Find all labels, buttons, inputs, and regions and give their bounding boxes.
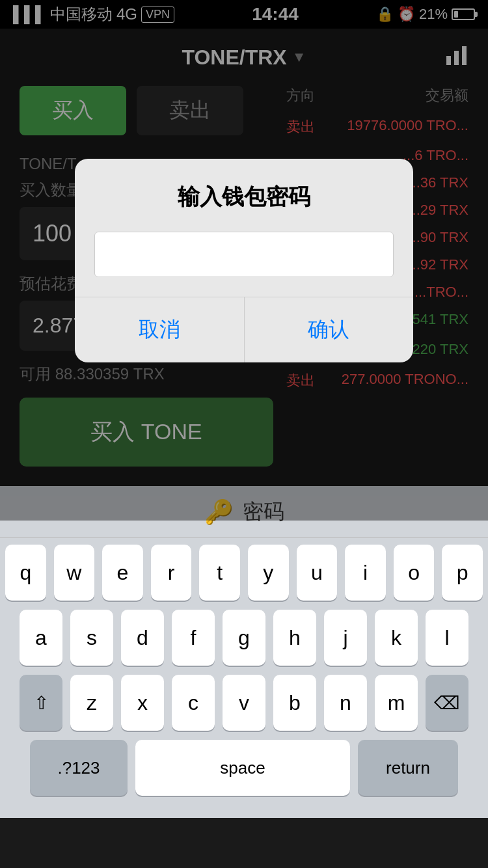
key-j[interactable]: j [324, 610, 367, 666]
key-c[interactable]: c [172, 675, 215, 731]
delete-key[interactable]: ⌫ [426, 675, 468, 731]
keyboard-area: 🔑 密码 q w e r t y u i o p a s d f g h j k… [0, 486, 488, 818]
key-k[interactable]: k [375, 610, 418, 666]
key-b[interactable]: b [273, 675, 316, 731]
modal-overlay: 输入钱包密码 取消 确认 [0, 0, 488, 521]
key-w[interactable]: w [54, 545, 95, 601]
key-o[interactable]: o [394, 545, 435, 601]
key-f[interactable]: f [172, 610, 215, 666]
dialog-buttons: 取消 确认 [75, 297, 413, 362]
key-g[interactable]: g [223, 610, 265, 666]
key-s[interactable]: s [70, 610, 113, 666]
key-r[interactable]: r [151, 545, 192, 601]
dialog-input-wrap [75, 225, 413, 297]
cancel-button[interactable]: 取消 [75, 297, 245, 362]
key-row-2: a s d f g h j k l [5, 610, 483, 666]
keyboard: q w e r t y u i o p a s d f g h j k l ⇧ … [0, 538, 488, 796]
key-row-1: q w e r t y u i o p [5, 545, 483, 601]
space-key[interactable]: space [135, 740, 350, 796]
key-z[interactable]: z [70, 675, 113, 731]
key-y[interactable]: y [248, 545, 289, 601]
symbol-key[interactable]: .?123 [30, 740, 128, 796]
dialog-title: 输入钱包密码 [75, 159, 413, 225]
key-a[interactable]: a [20, 610, 62, 666]
key-h[interactable]: h [273, 610, 316, 666]
key-l[interactable]: l [426, 610, 468, 666]
key-x[interactable]: x [121, 675, 164, 731]
key-e[interactable]: e [102, 545, 143, 601]
key-v[interactable]: v [223, 675, 265, 731]
key-row-4: .?123 space return [5, 740, 483, 796]
key-m[interactable]: m [375, 675, 418, 731]
confirm-button[interactable]: 确认 [245, 297, 414, 362]
shift-key[interactable]: ⇧ [20, 675, 62, 731]
key-d[interactable]: d [121, 610, 164, 666]
return-key[interactable]: return [358, 740, 458, 796]
key-i[interactable]: i [345, 545, 386, 601]
key-u[interactable]: u [297, 545, 338, 601]
key-n[interactable]: n [324, 675, 367, 731]
password-dialog: 输入钱包密码 取消 确认 [75, 159, 413, 362]
password-input[interactable] [94, 232, 394, 277]
key-t[interactable]: t [199, 545, 240, 601]
key-p[interactable]: p [442, 545, 483, 601]
key-q[interactable]: q [5, 545, 46, 601]
key-row-3: ⇧ z x c v b n m ⌫ [5, 675, 483, 731]
